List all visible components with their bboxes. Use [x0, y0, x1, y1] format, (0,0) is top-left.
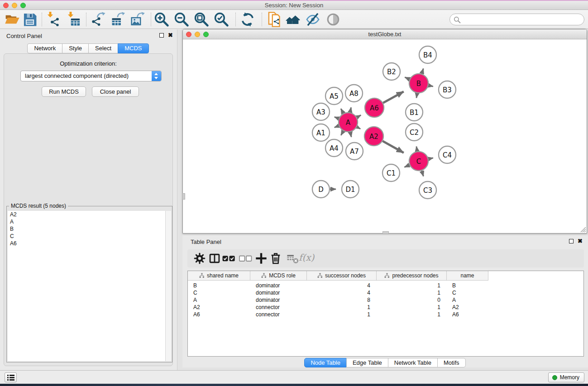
graph-edge-C-C3[interactable]	[422, 171, 424, 176]
result-scrollbar[interactable]	[165, 211, 171, 361]
table-cell[interactable]: A2	[188, 304, 250, 311]
float-panel-icon[interactable]	[159, 33, 164, 38]
tab-network-table[interactable]: Network Table	[388, 358, 438, 367]
graph-node-C2[interactable]: C2	[406, 124, 423, 141]
tab-mcds[interactable]: MCDS	[118, 43, 148, 53]
graph-edge-A-A2[interactable]	[357, 127, 360, 129]
tab-motifs[interactable]: Motifs	[437, 358, 466, 367]
graph-node-C1[interactable]: C1	[382, 164, 400, 181]
graph-node-A5[interactable]: A5	[325, 87, 343, 105]
delete-table-button[interactable]	[287, 252, 299, 265]
export-network-button[interactable]	[91, 12, 106, 27]
save-session-button[interactable]	[22, 12, 38, 27]
table-cell[interactable]: A2	[447, 304, 488, 311]
table-cell[interactable]: 1	[377, 289, 447, 296]
graph-edge-A-A4[interactable]	[341, 131, 343, 135]
result-item[interactable]: A2	[8, 211, 171, 218]
tab-edge-table[interactable]: Edge Table	[346, 358, 388, 367]
table-cell[interactable]: C	[447, 289, 488, 296]
zoom-in-button[interactable]	[154, 12, 169, 27]
import-table-button[interactable]	[66, 12, 81, 27]
table-cell[interactable]: A	[188, 296, 250, 304]
table-settings-button[interactable]	[193, 252, 206, 265]
frame-edge-handle[interactable]	[182, 193, 185, 200]
column-header-successor-nodes[interactable]: successor nodes	[307, 271, 377, 281]
graph-node-C[interactable]: C	[409, 152, 428, 171]
criterion-dropdown[interactable]: largest connected component (directed)	[20, 71, 162, 81]
search-input[interactable]	[463, 15, 580, 24]
table-cell[interactable]: A6	[188, 311, 250, 318]
graph-node-A7[interactable]: A7	[346, 143, 363, 160]
memory-button[interactable]: Memory	[548, 372, 584, 382]
graph-node-A4[interactable]: A4	[325, 139, 343, 157]
graph-edge-B-B4[interactable]	[422, 68, 424, 74]
graph-edge-B-B1[interactable]	[416, 93, 417, 98]
table-cell[interactable]: 4	[307, 289, 377, 296]
graph-node-A8[interactable]: A8	[345, 85, 363, 102]
open-session-button[interactable]	[5, 12, 20, 27]
graph-edge-C-C4[interactable]	[428, 158, 433, 159]
column-view-button[interactable]	[208, 252, 221, 265]
deselect-all-rows-button[interactable]	[239, 252, 253, 265]
graph-edge-A-A3[interactable]	[335, 117, 339, 119]
graph-node-A3[interactable]: A3	[312, 103, 330, 120]
graph-node-C3[interactable]: C3	[419, 181, 436, 199]
clone-network-button[interactable]	[267, 12, 282, 27]
table-cell[interactable]: C	[188, 289, 250, 296]
select-all-rows-button[interactable]	[222, 252, 236, 265]
export-table-button[interactable]	[111, 12, 126, 27]
tab-style[interactable]: Style	[62, 43, 89, 53]
table-cell[interactable]: 1	[377, 282, 447, 289]
zoom-fit-button[interactable]	[194, 12, 209, 27]
close-table-panel-icon[interactable]: ✖	[578, 238, 583, 244]
column-header-predecessor-nodes[interactable]: predecessor nodes	[377, 271, 447, 281]
zoom-selected-button[interactable]	[214, 12, 229, 27]
table-cell[interactable]: 4	[307, 282, 377, 289]
import-network-button[interactable]	[45, 12, 61, 27]
graph-node-A1[interactable]: A1	[312, 124, 330, 141]
graph-edge-A2-C[interactable]	[382, 141, 404, 153]
graph-node-A2[interactable]: A2	[364, 127, 383, 146]
graph-node-A6[interactable]: A6	[365, 98, 384, 117]
hide-selected-button[interactable]	[305, 12, 320, 27]
frame-edge-handle[interactable]	[382, 231, 389, 234]
result-item[interactable]: B	[8, 225, 171, 233]
table-cell[interactable]: 8	[307, 296, 377, 304]
column-header-mcds-role[interactable]: MCDS role	[250, 271, 307, 281]
close-panel-button[interactable]: Close panel	[92, 86, 139, 97]
apply-layout-button[interactable]	[240, 12, 255, 27]
zoom-out-button[interactable]	[174, 12, 189, 27]
table-cell[interactable]: dominator	[250, 289, 307, 296]
result-item[interactable]: C	[8, 233, 171, 240]
graph-edge-A-A8[interactable]	[350, 107, 351, 112]
graph-edge-A-A1[interactable]	[335, 126, 339, 128]
graph-node-B[interactable]: B	[409, 74, 428, 93]
column-header-shared-name[interactable]: shared name	[188, 271, 250, 281]
table-cell[interactable]: dominator	[250, 296, 307, 304]
graph-node-B2[interactable]: B2	[383, 63, 400, 80]
graph-edge-A6-B[interactable]	[383, 91, 403, 103]
graph-node-A[interactable]: A	[339, 113, 358, 132]
show-panels-button[interactable]	[5, 372, 17, 382]
column-header-name[interactable]: name	[447, 271, 488, 281]
table-cell[interactable]: B	[447, 282, 488, 289]
table-cell[interactable]: dominator	[250, 282, 307, 289]
table-cell[interactable]: 1	[377, 304, 447, 311]
table-cell[interactable]: connector	[250, 304, 307, 311]
close-panel-icon[interactable]: ✖	[168, 33, 173, 38]
delete-column-button[interactable]	[269, 252, 282, 265]
table-cell[interactable]: 0	[377, 296, 447, 304]
function-builder-button[interactable]: f(x)	[299, 252, 314, 263]
graph-edge-A-A7[interactable]	[350, 132, 351, 137]
graph-node-B3[interactable]: B3	[439, 81, 456, 98]
graph-edge-C-C2[interactable]	[416, 147, 417, 152]
graph-edge-B-B2[interactable]	[405, 77, 409, 80]
run-mcds-button[interactable]: Run MCDS	[42, 86, 86, 97]
tab-select[interactable]: Select	[88, 43, 118, 53]
graph-node-B1[interactable]: B1	[406, 104, 423, 121]
network-window-titlebar[interactable]: testGlobe.txt	[183, 29, 587, 39]
table-cell[interactable]: 1	[307, 311, 377, 318]
create-column-button[interactable]	[255, 252, 268, 265]
table-cell[interactable]: 1	[377, 311, 447, 318]
table-cell[interactable]: A6	[447, 311, 488, 318]
